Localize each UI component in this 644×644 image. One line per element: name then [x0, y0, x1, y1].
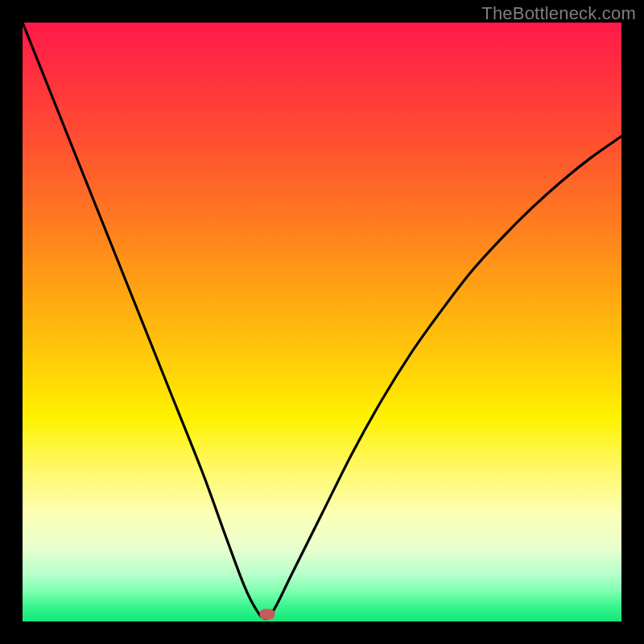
curve-path	[23, 23, 621, 618]
watermark-text: TheBottleneck.com	[481, 3, 636, 24]
chart-frame: TheBottleneck.com	[0, 0, 644, 644]
bottleneck-curve	[23, 23, 621, 621]
optimal-point-marker	[259, 609, 275, 620]
plot-area	[23, 23, 621, 621]
